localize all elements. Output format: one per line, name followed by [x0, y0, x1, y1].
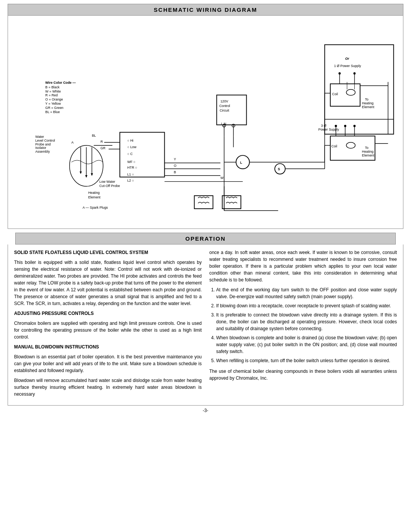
- svg-text:Heating: Heating: [362, 150, 373, 153]
- svg-text:1 Ø Power Supply: 1 Ø Power Supply: [334, 64, 362, 68]
- svg-text:Heating: Heating: [88, 191, 100, 195]
- svg-text:Element: Element: [88, 195, 101, 199]
- operation-section: OPERATION SOLID STATE FLOATLESS LIQUID L…: [8, 233, 403, 406]
- svg-text:○ Low: ○ Low: [127, 145, 137, 149]
- svg-point-76: [346, 89, 355, 96]
- svg-point-94: [354, 125, 356, 127]
- svg-text:R   = Red: R = Red: [45, 93, 58, 97]
- svg-text:Wire Color Code —: Wire Color Code —: [45, 81, 76, 85]
- svg-text:To: To: [365, 97, 368, 101]
- svg-text:BL: BL: [92, 134, 96, 137]
- section2-body: Chromalox boilers are supplied with oper…: [14, 320, 202, 340]
- svg-text:Heating: Heating: [362, 101, 373, 105]
- svg-rect-27: [120, 132, 164, 177]
- svg-point-93: [344, 125, 346, 127]
- svg-text:Coil: Coil: [332, 92, 338, 96]
- section3-title: MANUAL BLOWDOWN INSTRUCTIONS: [14, 343, 202, 350]
- svg-text:Water: Water: [35, 135, 44, 139]
- svg-text:Cut-Off Probe: Cut-Off Probe: [99, 184, 120, 188]
- diagram-area: Wire Color Code — B = Black W = White R …: [8, 16, 403, 229]
- svg-text:Element: Element: [362, 153, 374, 157]
- svg-text:Probe and: Probe and: [35, 142, 51, 146]
- svg-text:L2 ○: L2 ○: [127, 179, 134, 182]
- svg-text:A — Spark Plugs: A — Spark Plugs: [83, 206, 108, 209]
- svg-text:BL  = Blue: BL = Blue: [45, 110, 60, 114]
- svg-rect-67: [325, 45, 393, 134]
- svg-text:Element: Element: [362, 105, 374, 109]
- section2-title: ADJUSTING PRESSURE CONTROLS: [14, 310, 202, 317]
- svg-marker-17: [80, 171, 82, 174]
- svg-point-73: [354, 72, 356, 75]
- step-5: When refilling is complete, turn off the…: [216, 357, 397, 364]
- step-3: It is preferable to connect the blowdown…: [216, 312, 397, 332]
- svg-text:Y: Y: [174, 157, 176, 161]
- svg-text:R: R: [100, 140, 103, 144]
- operation-right-column: once a day. In soft water areas, once ea…: [209, 249, 397, 401]
- operation-steps-list: At the end of the working day turn switc…: [209, 286, 397, 364]
- svg-text:O: O: [174, 164, 177, 168]
- svg-text:○ Hi: ○ Hi: [127, 139, 133, 142]
- step-1: At the end of the working day turn switc…: [216, 286, 397, 300]
- svg-text:S: S: [278, 167, 280, 171]
- section1-title: SOLID STATE FLOATLESS LIQUID LEVEL CONTR…: [14, 249, 202, 256]
- svg-text:A: A: [72, 141, 74, 144]
- svg-text:Control: Control: [219, 104, 230, 108]
- svg-text:L1 ○: L1 ○: [127, 173, 134, 176]
- operation-left-column: SOLID STATE FLOATLESS LIQUID LEVEL CONTR…: [14, 249, 202, 401]
- svg-text:O   = Orange: O = Orange: [45, 97, 63, 101]
- footer-text: The use of chemical boiler cleaning comp…: [209, 368, 397, 382]
- step-2: If blowing down into a receptacle, cover…: [216, 302, 397, 309]
- svg-text:○ C: ○ C: [127, 152, 133, 156]
- operation-body: SOLID STATE FLOATLESS LIQUID LEVEL CONTR…: [8, 244, 403, 406]
- svg-text:Circuit: Circuit: [220, 109, 229, 112]
- svg-text:120V: 120V: [220, 99, 228, 103]
- svg-text:Or: Or: [345, 57, 349, 61]
- svg-text:3 Ø: 3 Ø: [321, 124, 326, 128]
- svg-text:W: W: [220, 176, 224, 180]
- svg-point-92: [335, 125, 337, 127]
- svg-text:To: To: [365, 146, 368, 150]
- svg-point-88: [346, 142, 355, 149]
- svg-text:Level Control: Level Control: [35, 139, 55, 142]
- svg-text:Assembly: Assembly: [35, 150, 50, 153]
- svg-text:GR = Green: GR = Green: [45, 106, 64, 110]
- svg-marker-18: [85, 175, 88, 178]
- svg-point-54: [236, 155, 249, 169]
- step-4: When blowdown is complete and boiler is …: [216, 334, 397, 355]
- svg-text:Isolator: Isolator: [35, 146, 46, 150]
- svg-text:Y   = Yellow: Y = Yellow: [45, 102, 61, 105]
- operation-section-header: OPERATION: [15, 233, 396, 244]
- svg-text:HTR ○: HTR ○: [127, 166, 137, 169]
- svg-text:WF ○: WF ○: [127, 160, 135, 164]
- diagram-section-header: SCHEMATIC WIRING DIAGRAM: [8, 4, 403, 16]
- wiring-diagram-svg: Wire Color Code — B = Black W = White R …: [12, 19, 399, 225]
- svg-marker-19: [91, 173, 93, 176]
- svg-point-72: [338, 72, 341, 75]
- svg-text:Low Water: Low Water: [99, 180, 115, 184]
- section3-body2: Blowdown will remove accumulated hard wa…: [14, 377, 202, 398]
- svg-text:W  = White: W = White: [45, 89, 61, 93]
- svg-text:B: B: [174, 170, 176, 174]
- svg-text:B   = Black: B = Black: [45, 85, 60, 89]
- svg-text:GR: GR: [100, 146, 105, 150]
- right-col-intro: once a day. In soft water areas, once ea…: [209, 249, 397, 283]
- page-number: -3-: [0, 406, 411, 415]
- section3-body1: Blowdown is an essential part of boiler …: [14, 353, 202, 374]
- svg-text:Coil: Coil: [331, 144, 337, 148]
- section1-body: This boiler is equipped with a solid sta…: [14, 259, 202, 307]
- svg-text:L: L: [240, 161, 242, 165]
